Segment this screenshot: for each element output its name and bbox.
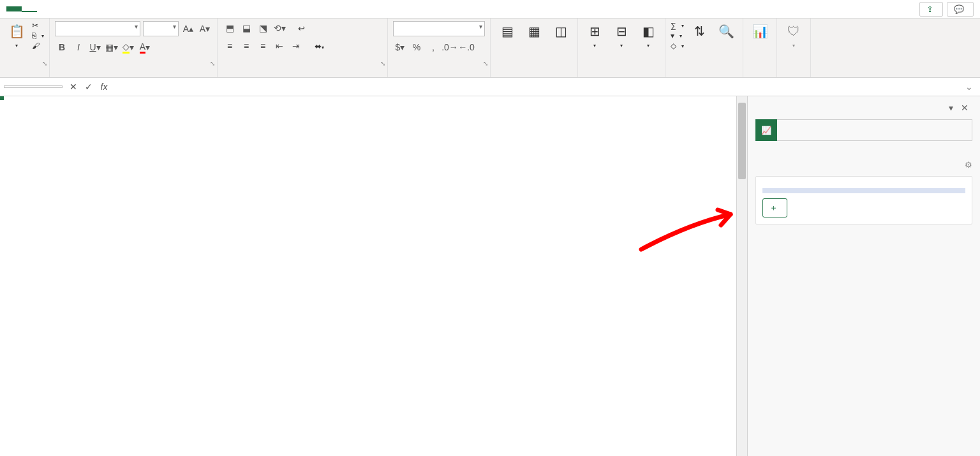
insights-settings-button[interactable]: ⚙	[965, 160, 972, 170]
decrease-font-button[interactable]: A▾	[198, 22, 212, 36]
align-left-button[interactable]: ≡	[223, 39, 237, 53]
accounting-button[interactable]: $▾	[393, 40, 407, 54]
align-top-button[interactable]: ⬒	[223, 21, 237, 35]
underline-button[interactable]: U▾	[88, 40, 102, 54]
paste-icon: 📋	[8, 22, 26, 40]
number-dialog-launcher[interactable]: ⤡	[483, 60, 488, 67]
analyze-data-button[interactable]: 📊	[748, 21, 771, 43]
share-icon: ⇪	[926, 4, 933, 14]
delete-cells-button[interactable]: ⊟▾	[610, 21, 633, 50]
group-font: A▴ A▾ B I U▾ ▦▾ ◇▾ A▾ ⤡	[50, 18, 218, 77]
group-editing: ∑▾ ▾▾ ◇▾ ⇅ 🔍	[665, 18, 743, 77]
align-center-button[interactable]: ≡	[239, 39, 253, 53]
align-middle-button[interactable]: ⬓	[239, 21, 253, 35]
pane-close-button[interactable]: ✕	[957, 103, 972, 113]
autosum-button[interactable]: ∑▾	[671, 21, 684, 30]
formula-input[interactable]	[115, 85, 958, 88]
tab-formulas[interactable]	[68, 6, 83, 11]
tab-file[interactable]	[6, 6, 22, 11]
wrap-text-button[interactable]: ↩	[298, 24, 305, 33]
orientation-button[interactable]: ⟲▾	[272, 21, 286, 35]
tab-help[interactable]	[144, 6, 160, 11]
find-icon: 🔍	[717, 22, 735, 40]
align-right-button[interactable]: ≡	[256, 39, 270, 53]
font-name-combo[interactable]	[55, 21, 140, 36]
insert-cells-button[interactable]: ⊞▾	[583, 21, 606, 50]
format-cells-button[interactable]: ◧▾	[637, 21, 660, 50]
find-select-button[interactable]: 🔍	[715, 21, 738, 43]
workspace: ▾ ✕ 📈 ⚙ ＋	[0, 96, 980, 456]
vertical-scroll-thumb[interactable]	[738, 103, 746, 179]
tab-view[interactable]	[114, 6, 129, 11]
pane-options-button[interactable]: ▾	[945, 103, 957, 113]
comments-icon: 💬	[954, 4, 964, 14]
cond-format-icon: ▤	[498, 22, 516, 40]
number-format-combo[interactable]	[393, 21, 485, 36]
analysis-group-label	[748, 75, 771, 76]
tab-data[interactable]	[83, 6, 98, 11]
font-size-combo[interactable]	[143, 21, 179, 36]
comments-button[interactable]: 💬	[947, 2, 974, 17]
sensitivity-button[interactable]: 🛡▾	[782, 21, 805, 50]
tab-review[interactable]	[98, 6, 114, 11]
ask-input[interactable]	[777, 119, 972, 141]
cells-group-label	[583, 75, 660, 76]
paste-button[interactable]: 📋▾	[5, 21, 28, 50]
insert-pivottable-button[interactable]: ＋	[762, 198, 787, 217]
alignment-dialog-launcher[interactable]: ⤡	[380, 60, 385, 67]
increase-font-button[interactable]: A▴	[181, 22, 195, 36]
analyze-icon: 📊	[751, 22, 769, 40]
clear-button[interactable]: ◇▾	[671, 41, 684, 50]
increase-indent-button[interactable]: ⇥	[289, 39, 303, 53]
group-clipboard: 📋▾ ✂ ⎘▾ 🖌 ⤡	[0, 18, 50, 77]
cut-button[interactable]: ✂	[32, 21, 44, 30]
tab-home[interactable]	[22, 6, 37, 12]
format-painter-button[interactable]: 🖌	[32, 41, 44, 50]
insight-table	[762, 188, 965, 193]
font-color-button[interactable]: A▾	[138, 40, 152, 54]
cell-styles-button[interactable]: ◫	[549, 21, 572, 43]
decrease-indent-button[interactable]: ⇤	[272, 39, 286, 53]
expand-formula-button[interactable]: ⌄	[962, 80, 976, 94]
enter-formula-button[interactable]: ✓	[82, 80, 96, 94]
fill-button[interactable]: ▾▾	[671, 31, 684, 40]
fill-color-button[interactable]: ◇▾	[121, 40, 135, 54]
bold-button[interactable]: B	[55, 40, 69, 54]
share-button[interactable]: ⇪	[919, 2, 943, 17]
insight-th-count	[864, 188, 965, 193]
annotation-arrow	[638, 205, 736, 256]
delete-cells-icon: ⊟	[612, 22, 630, 40]
font-dialog-launcher[interactable]: ⤡	[210, 60, 215, 67]
italic-button[interactable]: I	[71, 40, 85, 54]
group-styles: ▤ ▦ ◫	[491, 18, 578, 77]
vertical-scrollbar[interactable]	[736, 96, 747, 456]
clipboard-dialog-launcher[interactable]: ⤡	[42, 60, 47, 67]
name-box[interactable]	[4, 85, 63, 88]
insight-card: ＋	[755, 176, 972, 224]
alignment-group-label	[223, 75, 382, 76]
cut-icon: ✂	[32, 21, 38, 30]
format-as-table-button[interactable]: ▦	[523, 21, 546, 43]
increase-decimal-button[interactable]: .0→	[443, 40, 457, 54]
borders-button[interactable]: ▦▾	[105, 40, 119, 54]
decrease-decimal-button[interactable]: ←.0	[459, 40, 473, 54]
clipboard-group-label	[5, 75, 44, 76]
ask-question-box[interactable]: 📈	[755, 119, 972, 141]
selection-handle[interactable]	[0, 96, 4, 100]
tab-developer[interactable]	[129, 6, 144, 11]
tab-page-layout[interactable]	[52, 6, 68, 11]
styles-group-label	[496, 75, 572, 76]
worksheet[interactable]	[0, 96, 736, 456]
merge-center-button[interactable]: ⬌▾	[315, 41, 324, 51]
group-number: $▾ % , .0→ ←.0 ⤡	[388, 18, 491, 77]
tab-insert[interactable]	[37, 6, 52, 11]
insert-function-button[interactable]: fx	[97, 80, 111, 94]
conditional-formatting-button[interactable]: ▤	[496, 21, 519, 43]
comma-button[interactable]: ,	[426, 40, 440, 54]
align-bottom-button[interactable]: ⬔	[256, 21, 270, 35]
analyze-data-pane: ▾ ✕ 📈 ⚙ ＋	[747, 96, 980, 456]
sort-filter-button[interactable]: ⇅	[688, 21, 711, 43]
copy-button[interactable]: ⎘▾	[32, 31, 44, 40]
cancel-formula-button[interactable]: ✕	[66, 80, 80, 94]
percent-button[interactable]: %	[410, 40, 424, 54]
